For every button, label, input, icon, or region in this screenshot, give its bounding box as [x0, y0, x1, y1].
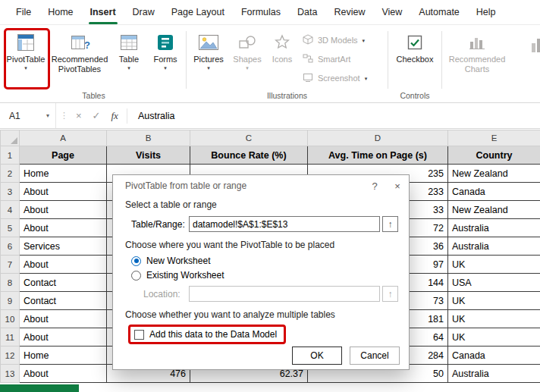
range-selector-icon: ↑ [382, 286, 398, 302]
column-header-c[interactable]: C [190, 130, 308, 146]
3d-models-icon [303, 34, 313, 46]
existing-worksheet-radio[interactable] [131, 271, 141, 281]
cell-E5[interactable]: Australia [448, 219, 540, 237]
data-model-checkbox[interactable] [134, 330, 144, 340]
table-range-input[interactable] [189, 216, 380, 232]
column-header-a[interactable]: A [20, 130, 107, 146]
new-worksheet-radio[interactable] [131, 256, 141, 266]
cell-E2[interactable]: New Zealand [448, 165, 540, 183]
cancel-button[interactable]: Cancel [350, 347, 400, 365]
cell-A11[interactable]: About [20, 328, 107, 347]
location-label: Location: [143, 289, 189, 299]
row-header-5[interactable]: 5 [1, 219, 20, 237]
location-row: Location: ↑ [125, 286, 398, 302]
cell-E11[interactable]: UK [448, 328, 540, 347]
column-header-e[interactable]: E [448, 130, 540, 146]
partial-ribbon-icon [532, 34, 540, 57]
confirm-entry-icon[interactable]: ✓ [93, 110, 101, 121]
cell-A2[interactable]: Home [20, 165, 107, 183]
cell-D1[interactable]: Avg. Time on Page (s) [308, 146, 448, 165]
row-header-3[interactable]: 3 [1, 183, 20, 201]
placement-heading: Choose where you want the PivotTable to … [125, 240, 398, 250]
row-header-7[interactable]: 7 [1, 256, 20, 274]
pivottable-button[interactable]: PivotTable ▾ [5, 28, 47, 71]
chevron-down-icon: ▾ [207, 65, 210, 71]
cell-E7[interactable]: UK [448, 256, 540, 274]
cell-E1[interactable]: Country [448, 146, 540, 165]
row-header-4[interactable]: 4 [1, 201, 20, 219]
formula-bar: A1 ▾ ⋮ × ✓ fx Australia [0, 103, 540, 129]
cell-A6[interactable]: Services [20, 237, 107, 256]
row-header-10[interactable]: 10 [1, 310, 20, 328]
charts-group: Recommended Charts [445, 27, 509, 102]
cell-E10[interactable]: UK [448, 310, 540, 328]
cancel-entry-icon[interactable]: × [76, 110, 82, 121]
insert-function-icon[interactable]: fx [111, 110, 118, 122]
sheet-row-1: 1PageVisitsBounce Rate (%)Avg. Time on P… [1, 146, 540, 165]
ribbon-tab-insert[interactable]: Insert [82, 0, 124, 24]
cell-A13[interactable]: About [20, 365, 107, 383]
cell-E13[interactable]: Australia [448, 365, 540, 383]
ribbon-tab-data[interactable]: Data [289, 0, 325, 24]
cell-E6[interactable]: Australia [448, 237, 540, 256]
recommended-charts-icon [467, 30, 487, 55]
chevron-down-icon: ▾ [246, 65, 249, 71]
cell-A5[interactable]: About [20, 219, 107, 237]
ribbon-tab-home[interactable]: Home [39, 0, 81, 24]
ribbon-tab-view[interactable]: View [373, 0, 410, 24]
ribbon-tab-review[interactable]: Review [325, 0, 373, 24]
ribbon-tab-formulas[interactable]: Formulas [233, 0, 289, 24]
cell-E4[interactable]: New Zealand [448, 201, 540, 219]
range-selector-icon[interactable]: ↑ [382, 216, 398, 232]
row-header-2[interactable]: 2 [1, 165, 20, 183]
row-header-13[interactable]: 13 [1, 365, 20, 383]
ribbon-tab-automate[interactable]: Automate [410, 0, 468, 24]
cell-A10[interactable]: About [20, 310, 107, 328]
screenshot-button: Screenshot ▾ [300, 71, 385, 85]
cell-A7[interactable]: About [20, 256, 107, 274]
chevron-down-icon: ▾ [365, 76, 368, 81]
cell-E8[interactable]: USA [448, 274, 540, 292]
cell-A12[interactable]: Home [20, 347, 107, 365]
existing-worksheet-option[interactable]: Existing Worksheet [125, 270, 398, 281]
ribbon-tab-page-layout[interactable]: Page Layout [163, 0, 233, 24]
row-header-12[interactable]: 12 [1, 347, 20, 365]
forms-button[interactable]: Forms ▾ [148, 28, 183, 71]
name-box[interactable]: A1 ▾ [0, 103, 56, 128]
row-header-8[interactable]: 8 [1, 274, 20, 292]
table-button[interactable]: Table ▾ [112, 28, 146, 71]
row-header-11[interactable]: 11 [1, 328, 20, 347]
cell-A8[interactable]: Contact [20, 274, 107, 292]
ribbon-tab-draw[interactable]: Draw [124, 0, 163, 24]
ribbon-tab-help[interactable]: Help [468, 0, 504, 24]
location-input[interactable] [189, 286, 380, 302]
cell-A4[interactable]: About [20, 201, 107, 219]
dialog-help-icon[interactable]: ? [363, 175, 386, 196]
new-worksheet-option[interactable]: New Worksheet [125, 256, 398, 266]
column-header-b[interactable]: B [107, 130, 190, 146]
ok-button[interactable]: OK [292, 347, 342, 365]
cell-E12[interactable]: Canada [448, 347, 540, 365]
row-header-1[interactable]: 1 [1, 146, 20, 165]
row-header-9[interactable]: 9 [1, 292, 20, 310]
checkbox-button[interactable]: Checkbox [391, 28, 438, 64]
checkbox-icon [406, 30, 424, 55]
cell-A3[interactable]: About [20, 183, 107, 201]
cell-E3[interactable]: Canada [448, 183, 540, 201]
dialog-title-bar[interactable]: PivotTable from table or range ? × [113, 175, 409, 196]
name-box-dropdown-icon[interactable]: ▾ [46, 112, 49, 119]
pictures-button[interactable]: Pictures ▾ [190, 28, 228, 71]
cell-E9[interactable]: UK [448, 292, 540, 310]
cell-A1[interactable]: Page [20, 146, 107, 165]
formula-bar-value[interactable]: Australia [138, 111, 175, 121]
ribbon-tab-file[interactable]: File [8, 0, 39, 24]
row-header-6[interactable]: 6 [1, 237, 20, 256]
recommended-pivottables-button[interactable]: ? Recommended PivotTables [49, 28, 110, 74]
cell-C1[interactable]: Bounce Rate (%) [190, 146, 308, 165]
dialog-close-icon[interactable]: × [386, 175, 409, 196]
select-all-corner[interactable] [1, 130, 20, 146]
splitter-dots-icon: ⋮ [60, 111, 68, 121]
column-header-d[interactable]: D [308, 130, 448, 146]
cell-A9[interactable]: Contact [20, 292, 107, 310]
cell-B1[interactable]: Visits [107, 146, 190, 165]
